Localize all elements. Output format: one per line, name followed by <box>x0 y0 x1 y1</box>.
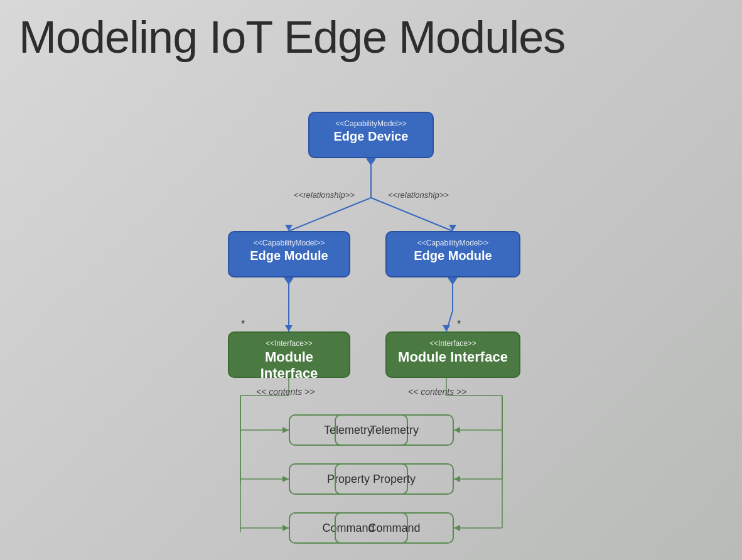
right-property-box: Property <box>335 463 454 495</box>
svg-marker-31 <box>454 427 460 433</box>
edge-module-right-stereotype: <<CapabilityModel>> <box>395 239 510 247</box>
edge-module-left-box: <<CapabilityModel>> Edge Module <box>228 231 350 277</box>
svg-marker-9 <box>285 325 293 331</box>
module-interface-left-stereotype: <<Interface>> <box>238 339 340 348</box>
contents-label-left: << contents >> <box>256 387 315 397</box>
edge-module-left-name: Edge Module <box>238 249 340 263</box>
edge-device-box: <<CapabilityModel>> Edge Device <box>308 112 434 158</box>
svg-line-1 <box>289 198 371 231</box>
module-interface-right-box: <<Interface>> Module Interface <box>385 331 520 378</box>
svg-marker-24 <box>282 525 289 531</box>
relationship-label-right: <<relationship>> <box>388 190 449 200</box>
edge-device-name: Edge Device <box>318 129 424 144</box>
page-title: Modeling IoT Edge Modules <box>0 0 742 74</box>
svg-marker-20 <box>282 427 289 433</box>
svg-marker-22 <box>282 476 289 482</box>
contents-label-right: << contents >> <box>408 387 466 397</box>
svg-marker-13 <box>443 325 450 331</box>
right-property-label: Property <box>373 473 416 486</box>
svg-marker-4 <box>285 225 293 231</box>
module-interface-right-name: Module Interface <box>395 349 510 365</box>
svg-line-11 <box>446 311 453 331</box>
svg-marker-35 <box>454 525 460 531</box>
right-command-box: Command <box>335 512 454 544</box>
edge-module-right-name: Edge Module <box>395 249 510 263</box>
relationship-label-left: <<relationship>> <box>294 190 355 200</box>
multiplicity-left: * <box>241 319 245 330</box>
right-telemetry-box: Telemetry <box>335 414 454 446</box>
module-interface-right-stereotype: <<Interface>> <box>395 339 510 348</box>
right-command-label: Command <box>368 522 420 535</box>
svg-marker-5 <box>449 225 456 231</box>
module-interface-left-name: Module Interface <box>238 349 340 382</box>
multiplicity-right: * <box>457 319 461 330</box>
diagram-area: <<CapabilityModel>> Edge Device <<relati… <box>0 75 742 560</box>
module-interface-left-box: <<Interface>> Module Interface <box>228 331 350 378</box>
right-telemetry-label: Telemetry <box>370 424 419 437</box>
svg-marker-33 <box>454 476 460 482</box>
edge-device-stereotype: <<CapabilityModel>> <box>318 119 424 128</box>
edge-module-right-box: <<CapabilityModel>> Edge Module <box>385 231 520 277</box>
edge-module-left-stereotype: <<CapabilityModel>> <box>238 239 340 247</box>
svg-line-2 <box>371 198 453 231</box>
